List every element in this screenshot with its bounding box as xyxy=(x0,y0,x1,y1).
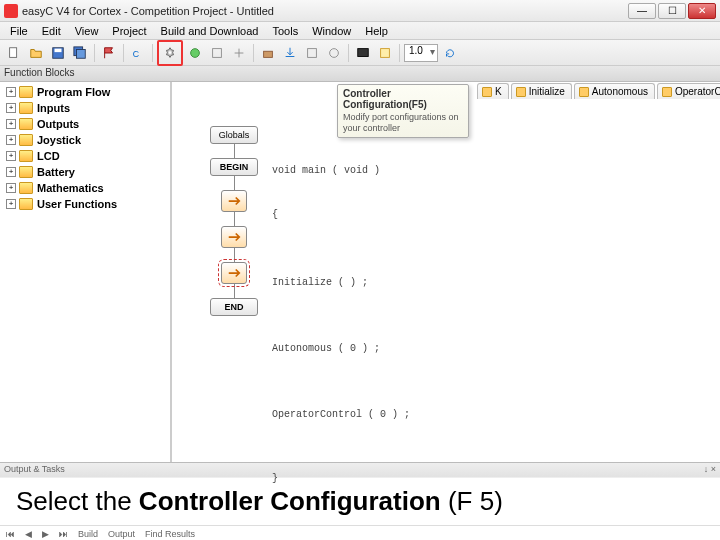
flow-globals-block[interactable]: Globals xyxy=(210,126,258,144)
separator xyxy=(123,44,124,62)
menu-file[interactable]: File xyxy=(4,23,34,39)
separator xyxy=(94,44,95,62)
tool-button[interactable] xyxy=(302,43,322,63)
status-tab-output[interactable]: Output xyxy=(108,529,135,539)
build-button[interactable] xyxy=(258,43,278,63)
output-panel-pin[interactable]: ↓ × xyxy=(704,464,716,476)
separator xyxy=(152,44,153,62)
tool-button[interactable] xyxy=(375,43,395,63)
code-button[interactable]: C xyxy=(128,43,148,63)
function-blocks-tree: +Program Flow +Inputs +Outputs +Joystick… xyxy=(0,82,170,214)
nav-prev-icon[interactable]: ◀ xyxy=(25,529,32,539)
tool-button[interactable] xyxy=(207,43,227,63)
sidebar-item-outputs[interactable]: +Outputs xyxy=(2,116,168,132)
tab-k[interactable]: K xyxy=(477,83,509,99)
window-controls: — ☐ ✕ xyxy=(628,3,716,19)
save-button[interactable] xyxy=(48,43,68,63)
workspace: +Program Flow +Inputs +Outputs +Joystick… xyxy=(0,82,720,462)
controller-config-button[interactable] xyxy=(160,43,180,63)
sidebar-item-mathematics[interactable]: +Mathematics xyxy=(2,180,168,196)
window-titlebar: easyC V4 for Cortex - Competition Projec… xyxy=(0,0,720,22)
tooltip-title: Controller Configuration(F5) xyxy=(343,88,463,110)
separator xyxy=(399,44,400,62)
controller-config-highlight xyxy=(157,40,183,66)
svg-rect-4 xyxy=(77,49,86,58)
function-blocks-panel: +Program Flow +Inputs +Outputs +Joystick… xyxy=(0,82,172,462)
zoom-combo[interactable]: 1.0 xyxy=(404,44,438,62)
sidebar-item-lcd[interactable]: +LCD xyxy=(2,148,168,164)
code-tabs: K Initialize Autonomous OperatorControl xyxy=(477,82,720,100)
folder-icon xyxy=(19,198,33,210)
sidebar-item-battery[interactable]: +Battery xyxy=(2,164,168,180)
code-preview: void main ( void ) { Initialize ( ) ; Au… xyxy=(272,120,410,514)
menu-project[interactable]: Project xyxy=(106,23,152,39)
controller-config-tooltip: Controller Configuration(F5) Modify port… xyxy=(337,84,469,138)
menu-tools[interactable]: Tools xyxy=(266,23,304,39)
flow-end-block[interactable]: END xyxy=(210,298,258,316)
refresh-button[interactable] xyxy=(440,43,460,63)
tab-operatorcontrol[interactable]: OperatorControl xyxy=(657,83,720,99)
tab-initialize[interactable]: Initialize xyxy=(511,83,572,99)
flow-autonomous-call[interactable] xyxy=(221,226,247,248)
tool-button[interactable] xyxy=(229,43,249,63)
menubar: File Edit View Project Build and Downloa… xyxy=(0,22,720,40)
code-line: Autonomous ( 0 ) ; xyxy=(272,342,410,356)
flow-connector xyxy=(234,212,235,226)
flag-button[interactable] xyxy=(99,43,119,63)
folder-icon xyxy=(19,166,33,178)
flow-connector xyxy=(234,176,235,190)
flow-connector xyxy=(234,284,235,298)
sidebar-item-inputs[interactable]: +Inputs xyxy=(2,100,168,116)
status-tab-find[interactable]: Find Results xyxy=(145,529,195,539)
file-icon xyxy=(579,87,589,97)
terminal-button[interactable] xyxy=(353,43,373,63)
tab-autonomous[interactable]: Autonomous xyxy=(574,83,655,99)
folder-icon xyxy=(19,134,33,146)
app-icon xyxy=(4,4,18,18)
maximize-button[interactable]: ☐ xyxy=(658,3,686,19)
flow-initialize-call[interactable] xyxy=(221,190,247,212)
file-icon xyxy=(482,87,492,97)
status-tabs: ⏮ ◀ ▶ ⏭ Build Output Find Results xyxy=(0,525,720,540)
folder-icon xyxy=(19,102,33,114)
toolbar: C 1.0 xyxy=(0,40,720,66)
flowchart-canvas[interactable]: Controller Configuration(F5) Modify port… xyxy=(172,82,720,462)
sidebar-item-user-functions[interactable]: +User Functions xyxy=(2,196,168,212)
menu-build-download[interactable]: Build and Download xyxy=(155,23,265,39)
svg-rect-8 xyxy=(213,48,222,57)
nav-next-icon[interactable]: ▶ xyxy=(42,529,49,539)
minimize-button[interactable]: — xyxy=(628,3,656,19)
tool-button[interactable] xyxy=(324,43,344,63)
separator xyxy=(253,44,254,62)
code-line: OperatorControl ( 0 ) ; xyxy=(272,408,410,422)
nav-last-icon[interactable]: ⏭ xyxy=(59,529,68,539)
save-all-button[interactable] xyxy=(70,43,90,63)
flow-operatorcontrol-call[interactable] xyxy=(221,262,247,284)
flow-begin-block[interactable]: BEGIN xyxy=(210,158,258,176)
menu-window[interactable]: Window xyxy=(306,23,357,39)
nav-first-icon[interactable]: ⏮ xyxy=(6,529,15,539)
function-blocks-header: Function Blocks xyxy=(0,66,720,82)
flow-connector xyxy=(234,248,235,262)
sidebar-item-joystick[interactable]: +Joystick xyxy=(2,132,168,148)
menu-view[interactable]: View xyxy=(69,23,105,39)
svg-rect-0 xyxy=(10,47,17,57)
svg-rect-9 xyxy=(264,51,273,57)
svg-rect-10 xyxy=(308,48,317,57)
flowchart: Config Globals BEGIN END xyxy=(210,108,258,316)
output-panel-title: Output & Tasks xyxy=(4,464,65,476)
separator xyxy=(348,44,349,62)
close-button[interactable]: ✕ xyxy=(688,3,716,19)
folder-icon xyxy=(19,118,33,130)
svg-point-11 xyxy=(330,48,339,57)
menu-edit[interactable]: Edit xyxy=(36,23,67,39)
download-button[interactable] xyxy=(280,43,300,63)
svg-rect-12 xyxy=(358,48,369,56)
globals-button[interactable] xyxy=(185,43,205,63)
status-tab-build[interactable]: Build xyxy=(78,529,98,539)
menu-help[interactable]: Help xyxy=(359,23,394,39)
sidebar-item-program-flow[interactable]: +Program Flow xyxy=(2,84,168,100)
open-button[interactable] xyxy=(26,43,46,63)
svg-point-6 xyxy=(169,51,172,54)
new-button[interactable] xyxy=(4,43,24,63)
